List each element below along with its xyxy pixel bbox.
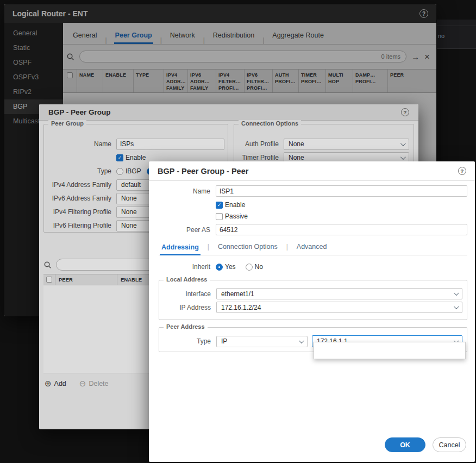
sidebar-item-general[interactable]: General <box>4 26 63 41</box>
column-header-ipv4-filter-profile[interactable]: IPV4 FILTER… PROFI… <box>216 70 245 92</box>
delete-button[interactable]: Delete <box>79 379 109 387</box>
clear-filter-icon[interactable] <box>424 52 430 61</box>
ip-address-select[interactable]: 172.16.1.2/24 <box>216 302 462 313</box>
background-partial-text: no <box>438 33 444 39</box>
apply-filter-icon[interactable] <box>411 53 419 61</box>
tab-divider <box>160 36 162 44</box>
dialog-title: Logical Router - ENT <box>12 9 87 18</box>
select-all-cell <box>43 274 55 285</box>
ipv4-address-family-label: IPv4 Address Family <box>47 181 111 189</box>
column-header-type[interactable]: TYPE <box>134 70 164 92</box>
column-header-damp-profile[interactable]: DAMP… PROFI… <box>353 70 388 92</box>
cancel-button[interactable]: Cancel <box>433 437 466 452</box>
tab-divider <box>203 36 205 44</box>
inherit-label: Inherit <box>159 263 210 271</box>
bgp-peer-dialog: BGP - Peer Group - Peer Name Enable Pass… <box>149 161 475 462</box>
ok-button[interactable]: OK <box>385 437 425 452</box>
help-icon[interactable] <box>401 108 409 116</box>
enable-checkbox[interactable] <box>116 154 123 161</box>
add-button[interactable]: Add <box>45 379 66 387</box>
ipv4-filtering-profile-label: IPv4 Filtering Profile <box>47 208 111 216</box>
tab-divider <box>208 243 209 251</box>
fieldset-legend: Peer Address <box>164 323 208 330</box>
background-page-fragment: no <box>437 20 476 49</box>
passive-label: Passive <box>225 212 248 220</box>
column-header-enable[interactable]: ENABLE <box>103 70 134 92</box>
chevron-down-icon <box>454 290 459 296</box>
chevron-down-icon <box>400 141 406 146</box>
search-icon <box>43 261 52 269</box>
chevron-down-icon <box>454 304 459 309</box>
tab-redistribution[interactable]: Redistribution <box>212 27 255 44</box>
column-header-ipv6-addr-family[interactable]: IPV6 ADDR… FAMILY <box>188 70 216 92</box>
help-icon[interactable] <box>458 167 466 175</box>
type-ibgp-radio[interactable] <box>116 168 123 175</box>
tab-divider <box>286 243 288 251</box>
chevron-down-icon <box>299 338 304 343</box>
sidebar-item-static[interactable]: Static <box>4 41 63 55</box>
select-all-cell <box>63 70 77 92</box>
type-label: Type <box>47 167 111 175</box>
column-header-name[interactable]: NAME <box>77 70 103 92</box>
table-actions: Add Delete <box>45 379 109 387</box>
peer-group-name-input[interactable] <box>116 139 224 150</box>
peer-as-label: Peer AS <box>159 226 210 234</box>
inherit-yes-label: Yes <box>225 263 236 271</box>
dialog-content: Name Enable Passive Peer AS Addressing C… <box>149 181 475 352</box>
enable-label: Enable <box>126 154 146 161</box>
search-icon <box>66 53 74 61</box>
search-input[interactable] <box>85 53 381 60</box>
fieldset-legend: Peer Group <box>48 120 86 127</box>
ipv6-address-family-label: IPv6 Address Family <box>47 195 111 202</box>
inherit-yes-radio[interactable] <box>216 264 223 271</box>
chevron-down-icon <box>400 154 406 160</box>
add-icon <box>45 379 52 387</box>
peer-name-input[interactable] <box>216 185 467 197</box>
interface-label: Interface <box>159 290 211 298</box>
inherit-no-radio[interactable] <box>246 264 253 271</box>
name-label: Name <box>47 140 111 148</box>
tab-divider <box>105 36 107 44</box>
dialog-header: BGP - Peer Group <box>39 104 418 121</box>
interface-select[interactable]: ethernet1/1 <box>216 288 462 299</box>
column-header-peer[interactable]: PEER <box>388 70 436 92</box>
peer-ip-dropdown-panel <box>314 342 466 359</box>
dialog-title: BGP - Peer Group - Peer <box>158 167 248 176</box>
tab-connection-options[interactable]: Connection Options <box>216 239 279 255</box>
items-count: 0 items <box>381 53 400 60</box>
column-header-ipv6-filter-profile[interactable]: IPV6 FILTER… PROFI… <box>245 70 273 92</box>
tab-advanced[interactable]: Advanced <box>295 239 329 255</box>
auth-profile-label: Auth Profile <box>237 140 279 148</box>
column-header-ipv4-addr-family[interactable]: IPV4 ADDR… FAMILY <box>164 70 188 92</box>
enable-checkbox[interactable] <box>216 202 223 209</box>
help-icon[interactable] <box>419 9 428 18</box>
tab-aggregate-route[interactable]: Aggregate Route <box>271 27 325 44</box>
tab-network[interactable]: Network <box>169 27 196 44</box>
fieldset-legend: Connection Options <box>239 120 301 127</box>
tab-addressing[interactable]: Addressing <box>160 239 201 255</box>
tab-divider <box>262 36 264 44</box>
column-header-timer-profile[interactable]: TIMER PROFI… <box>299 70 326 92</box>
sidebar-item-ripv2[interactable]: RIPv2 <box>4 85 63 99</box>
select-all-checkbox[interactable] <box>67 72 73 78</box>
name-label: Name <box>159 187 210 195</box>
sidebar-item-ospf[interactable]: OSPF <box>4 55 63 70</box>
type-ibgp-label: IBGP <box>126 167 141 175</box>
peer-tab-bar: Addressing Connection Options Advanced <box>159 239 467 255</box>
ipv6-filtering-profile-label: IPv6 Filtering Profile <box>47 222 111 229</box>
auth-profile-select[interactable]: None <box>284 139 409 150</box>
column-header-peer[interactable]: PEER <box>55 274 117 285</box>
tab-general[interactable]: General <box>72 27 98 44</box>
peer-as-input[interactable] <box>216 224 467 235</box>
tab-peer-group[interactable]: Peer Group <box>114 27 153 44</box>
dialog-header: Logical Router - ENT <box>4 4 436 23</box>
column-header-auth-profile[interactable]: AUTH PROFI… <box>273 70 299 92</box>
search-field: 0 items <box>79 51 406 62</box>
delete-icon <box>79 379 86 387</box>
select-all-checkbox[interactable] <box>46 277 52 283</box>
peer-address-type-select[interactable]: IP <box>216 336 308 347</box>
sidebar-item-ospfv3[interactable]: OSPFv3 <box>4 70 63 85</box>
column-header-multi-hop[interactable]: MULTI HOP <box>326 70 353 92</box>
type-label: Type <box>159 337 211 345</box>
passive-checkbox[interactable] <box>216 213 223 220</box>
